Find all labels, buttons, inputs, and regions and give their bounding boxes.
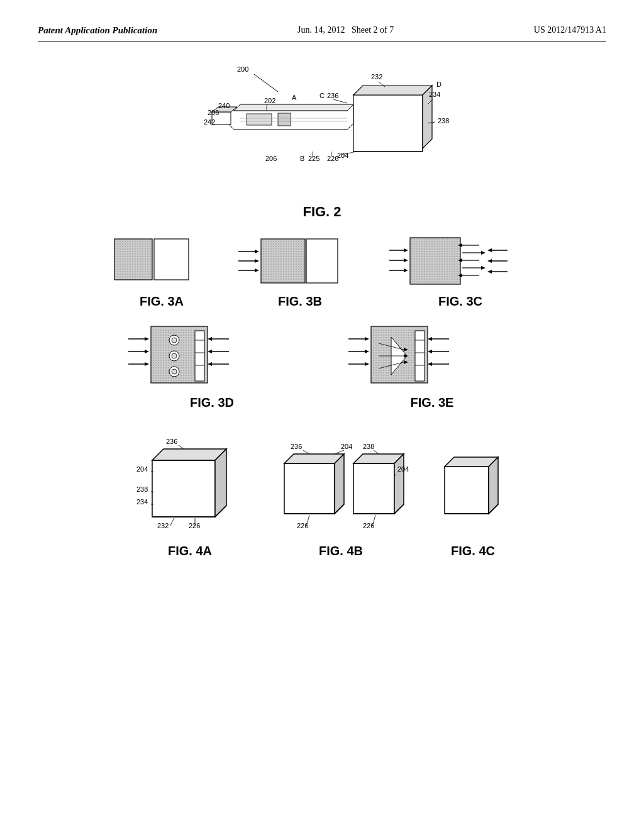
svg-rect-134 <box>152 460 215 517</box>
svg-rect-156 <box>353 463 394 514</box>
svg-point-91 <box>172 338 177 343</box>
fig4a-label: FIG. 4A <box>168 544 212 558</box>
svg-marker-49 <box>255 250 259 253</box>
svg-text:225: 225 <box>308 155 319 162</box>
fig4b-label: FIG. 4B <box>319 544 363 558</box>
figure-3e-section: FIG. 3E <box>347 321 517 410</box>
svg-marker-59 <box>404 248 408 252</box>
svg-marker-63 <box>404 268 408 272</box>
svg-marker-153 <box>335 454 344 514</box>
svg-rect-173 <box>445 467 489 514</box>
svg-marker-3 <box>234 104 353 111</box>
svg-marker-127 <box>428 337 432 341</box>
date-sheet: Jun. 14, 2012 Sheet 2 of 7 <box>297 25 394 35</box>
svg-text:238: 238 <box>363 443 374 450</box>
page: Patent Application Publication Jun. 14, … <box>0 0 644 830</box>
figure-3c-section: FIG. 3C <box>388 233 533 309</box>
svg-line-166 <box>374 450 379 454</box>
svg-text:236: 236 <box>291 443 302 450</box>
svg-rect-6 <box>353 95 423 152</box>
svg-line-162 <box>303 450 309 454</box>
svg-text:204: 204 <box>341 443 352 450</box>
svg-rect-96 <box>195 331 204 381</box>
svg-line-1 <box>254 74 278 92</box>
svg-text:226: 226 <box>189 522 200 529</box>
fig3a-label: FIG. 3A <box>140 294 184 309</box>
svg-rect-39 <box>114 239 152 280</box>
svg-marker-103 <box>208 350 212 353</box>
svg-text:202: 202 <box>264 97 275 104</box>
svg-marker-53 <box>255 268 259 272</box>
svg-marker-152 <box>284 454 344 463</box>
svg-marker-61 <box>404 258 408 262</box>
svg-marker-7 <box>353 86 432 95</box>
svg-rect-64 <box>410 238 460 284</box>
svg-marker-113 <box>365 362 369 366</box>
fig3b-label: FIG. 3B <box>278 294 322 309</box>
svg-marker-51 <box>255 259 259 263</box>
svg-marker-105 <box>208 362 212 366</box>
svg-marker-109 <box>365 337 369 341</box>
svg-text:236: 236 <box>327 92 338 99</box>
svg-point-93 <box>172 353 177 358</box>
svg-text:232: 232 <box>157 522 169 529</box>
svg-text:B: B <box>300 155 304 162</box>
svg-marker-158 <box>394 454 404 514</box>
publication-label: Patent Application Publication <box>38 25 157 36</box>
svg-text:204: 204 <box>337 152 348 159</box>
figures-container: 200 <box>38 60 606 558</box>
fig3d-label: FIG. 3D <box>190 396 234 410</box>
fig3-abc-row: FIG. 3A <box>38 233 606 309</box>
svg-text:238: 238 <box>136 485 148 493</box>
figure-3d-section: FIG. 3D <box>127 321 297 410</box>
fig4-row: 236 204 238 234 232 226 <box>38 435 606 558</box>
fig3c-label: FIG. 3C <box>438 294 482 309</box>
svg-marker-135 <box>152 449 226 460</box>
svg-marker-84 <box>145 337 149 341</box>
svg-text:206: 206 <box>265 155 277 162</box>
fig2-label: FIG. 2 <box>303 204 341 220</box>
figure-2-section: 200 <box>38 60 606 220</box>
svg-marker-131 <box>428 362 432 366</box>
svg-text:204: 204 <box>397 465 409 473</box>
svg-marker-72 <box>481 266 486 270</box>
svg-rect-122 <box>415 331 425 381</box>
fig3-de-row: FIG. 3D <box>38 321 606 410</box>
svg-rect-54 <box>261 239 305 283</box>
svg-marker-80 <box>487 270 492 274</box>
svg-marker-78 <box>487 259 492 263</box>
figure-4a-section: 236 204 238 234 232 226 <box>133 435 247 558</box>
svg-text:240: 240 <box>218 102 230 109</box>
fig2-drawing: 200 <box>108 60 536 199</box>
svg-marker-68 <box>481 251 486 255</box>
page-header: Patent Application Publication Jun. 14, … <box>38 25 606 42</box>
fig3e-label: FIG. 3E <box>411 396 454 410</box>
svg-line-19 <box>333 99 347 103</box>
svg-rect-151 <box>284 463 335 514</box>
svg-text:A: A <box>292 94 297 101</box>
svg-line-148 <box>170 518 174 526</box>
svg-rect-12 <box>278 113 291 126</box>
svg-marker-86 <box>145 350 149 353</box>
svg-marker-101 <box>208 337 212 341</box>
svg-point-95 <box>172 369 177 374</box>
svg-marker-129 <box>428 350 432 353</box>
svg-text:200: 200 <box>237 65 248 73</box>
svg-marker-76 <box>487 248 492 252</box>
svg-marker-111 <box>365 350 369 353</box>
svg-text:D: D <box>436 80 441 88</box>
svg-line-140 <box>179 445 184 449</box>
svg-text:C: C <box>319 92 325 99</box>
svg-text:234: 234 <box>429 91 440 98</box>
fig4c-label: FIG. 4C <box>451 544 495 558</box>
figure-3b-section: FIG. 3B <box>237 233 363 309</box>
patent-number: US 2012/147913 A1 <box>534 25 606 35</box>
svg-rect-11 <box>247 114 272 125</box>
figure-4b-section: 236 204 238 204 226 226 <box>272 435 410 558</box>
svg-rect-55 <box>306 239 338 283</box>
svg-text:236: 236 <box>166 438 177 445</box>
svg-text:238: 238 <box>438 117 449 124</box>
svg-text:242: 242 <box>204 118 215 126</box>
figure-3a-section: FIG. 3A <box>111 233 212 309</box>
svg-marker-88 <box>145 362 149 366</box>
